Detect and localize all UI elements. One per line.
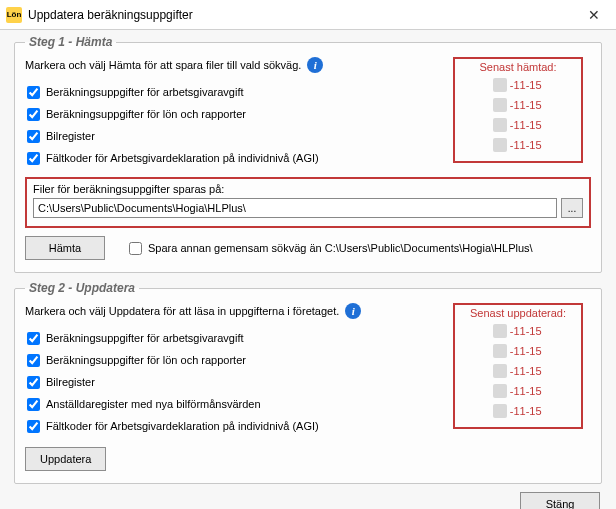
checkbox[interactable]: [27, 332, 40, 345]
checkbox[interactable]: [27, 86, 40, 99]
step1-date: 20 -11-15: [467, 95, 569, 115]
save-other-path-row[interactable]: Spara annan gemensam sökväg än C:\Users\…: [129, 242, 533, 255]
step2-group: Steg 2 - Uppdatera Markera och välj Uppd…: [14, 281, 602, 484]
title-bar: Lön Uppdatera beräkningsuppgifter ✕: [0, 0, 616, 30]
checkbox[interactable]: [27, 108, 40, 121]
step2-date: 20 -11-15: [467, 361, 569, 381]
step1-instruction: Markera och välj Hämta för att spara fil…: [25, 59, 301, 71]
step2-dates-box: Senast uppdaterad: 20 -11-15 20 -11-15 2…: [453, 303, 583, 429]
checkbox[interactable]: [27, 152, 40, 165]
step2-dates-title: Senast uppdaterad:: [467, 307, 569, 319]
checkbox[interactable]: [27, 354, 40, 367]
step1-date: 20 -11-15: [467, 75, 569, 95]
step1-group: Steg 1 - Hämta Markera och välj Hämta fö…: [14, 35, 602, 273]
path-label: Filer för beräkningsuppgifter sparas på:: [33, 183, 583, 195]
step1-legend: Steg 1 - Hämta: [25, 35, 116, 49]
step2-legend: Steg 2 - Uppdatera: [25, 281, 139, 295]
checkbox-label: Beräkningsuppgifter för arbetsgivaravgif…: [46, 86, 244, 98]
step1-date: 20 -11-15: [467, 135, 569, 155]
checkbox-label: Bilregister: [46, 376, 95, 388]
step2-date: 20 -11-15: [467, 381, 569, 401]
date-redaction: [493, 364, 507, 378]
date-redaction: [493, 404, 507, 418]
checkbox[interactable]: [27, 376, 40, 389]
path-group: Filer för beräkningsuppgifter sparas på:…: [25, 177, 591, 228]
step2-instruction: Markera och välj Uppdatera för att läsa …: [25, 305, 339, 317]
fetch-button[interactable]: Hämta: [25, 236, 105, 260]
update-button[interactable]: Uppdatera: [25, 447, 106, 471]
info-icon[interactable]: i: [345, 303, 361, 319]
checkbox-label: Beräkningsuppgifter för lön och rapporte…: [46, 108, 246, 120]
date-redaction: [493, 78, 507, 92]
checkbox-label: Beräkningsuppgifter för arbetsgivaravgif…: [46, 332, 244, 344]
save-other-path-label: Spara annan gemensam sökväg än C:\Users\…: [148, 242, 533, 254]
browse-button[interactable]: ...: [561, 198, 583, 218]
date-redaction: [493, 98, 507, 112]
date-redaction: [493, 118, 507, 132]
date-redaction: [493, 138, 507, 152]
path-input[interactable]: [33, 198, 557, 218]
client-area: Steg 1 - Hämta Markera och välj Hämta fö…: [0, 30, 616, 509]
checkbox[interactable]: [27, 420, 40, 433]
checkbox-label: Bilregister: [46, 130, 95, 142]
step1-dates-box: Senast hämtad: 20 -11-15 20 -11-15 20 -1…: [453, 57, 583, 163]
checkbox-label: Anställdaregister med nya bilförmånsvärd…: [46, 398, 261, 410]
date-redaction: [493, 324, 507, 338]
checkbox-label: Beräkningsuppgifter för lön och rapporte…: [46, 354, 246, 366]
close-button[interactable]: Stäng: [520, 492, 600, 509]
close-icon[interactable]: ✕: [572, 0, 616, 30]
step1-dates-title: Senast hämtad:: [467, 61, 569, 73]
checkbox-label: Fältkoder för Arbetsgivardeklaration på …: [46, 420, 319, 432]
checkbox[interactable]: [27, 398, 40, 411]
checkbox-label: Fältkoder för Arbetsgivardeklaration på …: [46, 152, 319, 164]
checkbox[interactable]: [129, 242, 142, 255]
date-redaction: [493, 384, 507, 398]
checkbox[interactable]: [27, 130, 40, 143]
date-redaction: [493, 344, 507, 358]
step2-date: 20 -11-15: [467, 401, 569, 421]
app-icon: Lön: [6, 7, 22, 23]
window-title: Uppdatera beräkningsuppgifter: [28, 8, 572, 22]
step2-date: 20 -11-15: [467, 341, 569, 361]
bottom-button-row: Stäng: [14, 492, 602, 509]
step1-date: 20 -11-15: [467, 115, 569, 135]
step2-date: 20 -11-15: [467, 321, 569, 341]
info-icon[interactable]: i: [307, 57, 323, 73]
